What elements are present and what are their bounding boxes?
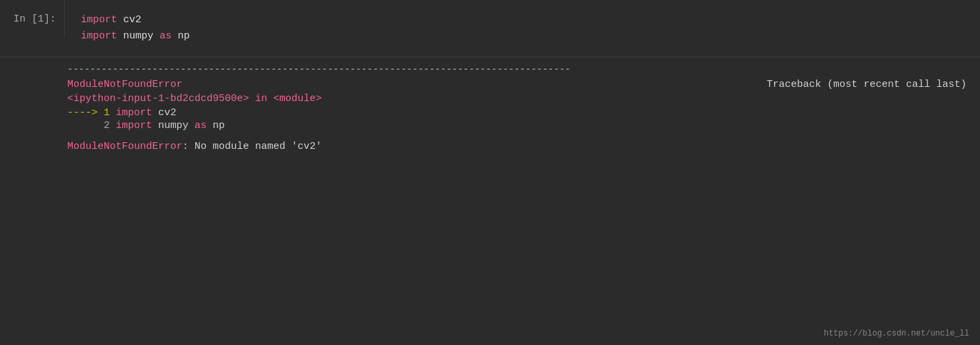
line2-np: np xyxy=(207,120,225,131)
error-msg-text: : No module named 'cv2' xyxy=(182,141,322,152)
error-box: ----------------------------------------… xyxy=(67,64,967,152)
line-num-2: 2 xyxy=(67,120,116,131)
traceback-label: Traceback (most recent call last) xyxy=(767,79,967,90)
cell-label: In [1]: xyxy=(0,0,65,37)
error-header: ModuleNotFoundError Traceback (most rece… xyxy=(67,79,967,90)
line2-numpy: numpy xyxy=(152,120,195,131)
output-area: ----------------------------------------… xyxy=(0,57,980,345)
arrow-cv2: cv2 xyxy=(152,107,176,119)
import-keyword-2: import xyxy=(81,30,117,42)
module-cv2: cv2 xyxy=(123,14,141,26)
alias-np: np xyxy=(178,30,190,42)
error-message: ModuleNotFoundError: No module named 'cv… xyxy=(67,141,967,152)
divider-line: ----------------------------------------… xyxy=(67,64,967,75)
cell-code[interactable]: import cv2 import numpy as np xyxy=(65,0,980,57)
code-line-2: import numpy as np xyxy=(81,28,967,44)
arrow-indicator: ----> 1 xyxy=(67,107,116,119)
error-location: <ipython-input-1-bd2cdcd9500e> in <modul… xyxy=(67,93,967,104)
watermark: https://blog.csdn.net/uncle_ll xyxy=(824,329,969,338)
arrow-line: ----> 1 import cv2 xyxy=(67,107,967,119)
import-keyword-1: import xyxy=(81,14,117,26)
as-keyword: as xyxy=(160,30,172,42)
line2-import: import xyxy=(116,120,152,131)
line-2: 2 import numpy as np xyxy=(67,120,967,131)
error-msg-type: ModuleNotFoundError xyxy=(67,141,182,152)
line2-as: as xyxy=(195,120,207,131)
input-cell: In [1]: import cv2 import numpy as np xyxy=(0,0,980,57)
error-type-header: ModuleNotFoundError xyxy=(67,79,182,90)
module-numpy: numpy xyxy=(123,30,153,42)
notebook-container: In [1]: import cv2 import numpy as np --… xyxy=(0,0,980,345)
arrow-import: import xyxy=(116,107,152,119)
code-line-1: import cv2 xyxy=(81,12,967,28)
